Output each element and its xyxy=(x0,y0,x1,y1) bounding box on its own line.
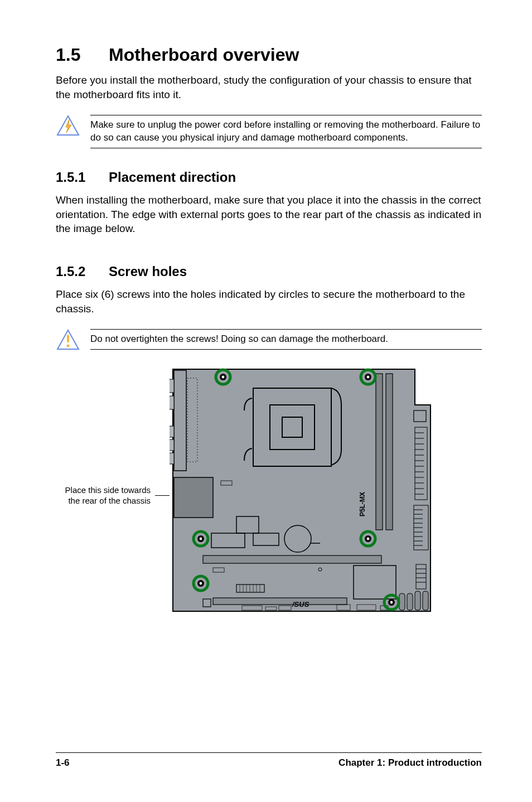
warning-text-2: Do not overtighten the screws! Doing so … xyxy=(90,329,482,350)
board-model-label: P5L-MX xyxy=(359,492,366,516)
figure-label: Place this side towards the rear of the … xyxy=(56,485,151,506)
svg-rect-59 xyxy=(213,598,347,605)
page-footer: 1-6 Chapter 1: Product introduction xyxy=(56,752,482,769)
svg-point-85 xyxy=(200,538,202,540)
figure-label-line2: the rear of the chassis xyxy=(68,496,151,505)
subheading-2: 1.5.2Screw holes xyxy=(56,264,482,279)
svg-point-82 xyxy=(367,376,370,379)
main-heading: 1.5Motherboard overview xyxy=(56,45,482,65)
svg-point-79 xyxy=(222,376,225,379)
svg-point-91 xyxy=(200,582,202,585)
svg-rect-11 xyxy=(170,453,174,464)
exclamation-icon xyxy=(56,329,80,352)
subheading-1: 1.5.1Placement direction xyxy=(56,170,482,185)
svg-rect-75 xyxy=(423,591,428,610)
svg-rect-12 xyxy=(174,477,213,518)
svg-rect-18 xyxy=(414,410,426,422)
warning-callout-2: Do not overtighten the screws! Doing so … xyxy=(56,326,482,356)
sub1-body: When installing the motherboard, make su… xyxy=(56,193,482,236)
warning-callout-1: Make sure to unplug the power cord befor… xyxy=(56,112,482,152)
page-number: 1-6 xyxy=(56,757,70,769)
svg-point-88 xyxy=(367,538,370,540)
figure-row: Place this side towards the rear of the … xyxy=(56,366,482,625)
svg-rect-16 xyxy=(376,374,383,530)
svg-rect-10 xyxy=(170,439,174,451)
svg-rect-73 xyxy=(407,593,413,610)
heading-number: 1.5 xyxy=(56,45,109,65)
brand-label: /SUS xyxy=(292,600,309,608)
svg-rect-72 xyxy=(399,593,405,610)
svg-rect-3 xyxy=(67,335,69,342)
warning-text-1: Make sure to unplug the power cord befor… xyxy=(90,115,482,148)
svg-point-94 xyxy=(390,601,393,604)
svg-point-4 xyxy=(67,345,70,347)
lightning-icon xyxy=(56,115,80,138)
svg-rect-17 xyxy=(386,374,393,530)
leader-line xyxy=(155,495,170,496)
svg-rect-9 xyxy=(170,426,174,437)
chapter-label: Chapter 1: Product introduction xyxy=(338,757,482,769)
motherboard-diagram: P5L-MX xyxy=(170,366,432,625)
sub2-title: Screw holes xyxy=(109,264,187,279)
svg-rect-74 xyxy=(415,591,420,610)
svg-rect-8 xyxy=(170,396,174,409)
svg-rect-5 xyxy=(174,370,186,471)
sub1-number: 1.5.1 xyxy=(56,170,109,185)
intro-paragraph: Before you install the motherboard, stud… xyxy=(56,73,482,102)
sub2-number: 1.5.2 xyxy=(56,264,109,279)
svg-rect-49 xyxy=(203,555,381,563)
heading-title: Motherboard overview xyxy=(109,45,299,65)
figure-label-line1: Place this side towards xyxy=(65,485,151,495)
svg-rect-7 xyxy=(170,379,174,393)
sub1-title: Placement direction xyxy=(109,170,236,185)
sub2-body: Place six (6) screws into the holes indi… xyxy=(56,287,482,316)
